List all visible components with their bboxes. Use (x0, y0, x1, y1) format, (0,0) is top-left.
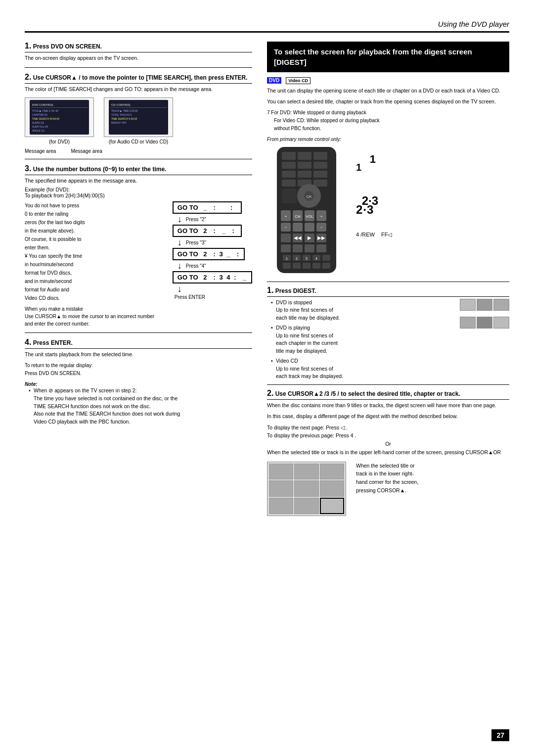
cell-2 (294, 464, 318, 480)
thumb-4 (460, 317, 476, 329)
svg-text:OK: OK (306, 194, 312, 199)
svg-rect-29 (282, 189, 297, 203)
right-step1-bullets: DVD is stopped Up to nine first scenes o… (267, 299, 455, 381)
svg-rect-23 (282, 171, 296, 178)
svg-rect-57 (293, 244, 303, 252)
svg-text:◀◀: ◀◀ (294, 235, 302, 240)
annotation-23: 2·3 (362, 194, 378, 208)
svg-text:CD CONTROL: CD CONTROL (111, 103, 131, 106)
svg-rect-2 (31, 107, 88, 108)
right-step-2: 2. Use CURSOR▲2 /3 /5 / to select the de… (267, 389, 509, 516)
msg-area-2: Message area (71, 148, 102, 154)
right-divider-2 (267, 384, 509, 385)
page-columns: 1. Press DVD ON SCREEN. The on-screen di… (25, 42, 509, 516)
svg-text:CHAPTER        00: CHAPTER 00 (32, 113, 47, 116)
dvd-screen-image: DVD CONTROL TITLE ▶ TIME 0: 00: 00 CHAPT… (25, 97, 94, 137)
thumb-3 (493, 299, 509, 311)
svg-text:▶▶: ▶▶ (317, 235, 325, 240)
svg-rect-26 (282, 180, 296, 187)
svg-rect-24 (298, 171, 312, 178)
arrow-down-4: ↓ (178, 284, 182, 293)
note-title: Note: (25, 381, 252, 387)
right-divider-1 (267, 282, 509, 282)
cell-4 (269, 480, 293, 497)
remote-drawing-container: OK + CH VOL + − (267, 147, 346, 277)
right-bullet-2: DVD is playing Up to nine first scenes o… (271, 324, 455, 355)
press-label-3: Press "4" (186, 263, 206, 269)
svg-rect-70 (293, 263, 301, 269)
right-header-box: To select the screen for playback from t… (267, 42, 509, 72)
right-column: To select the screen for playback from t… (267, 42, 509, 516)
svg-rect-22 (313, 162, 327, 169)
svg-text:TOTAL TRACKS      9: TOTAL TRACKS 9 (111, 113, 132, 116)
svg-rect-17 (282, 152, 296, 160)
svg-rect-58 (305, 244, 314, 252)
cd-label: (for Audio CD or Video CD) (104, 139, 173, 144)
goto-box-1: GO TO _ : : (173, 201, 242, 214)
arrow-down-1: ↓ (178, 215, 182, 224)
digest-row-1 (460, 299, 509, 311)
anno-4-label: 4 /REW FF◁ (356, 232, 392, 238)
step-3-sub: The specified time appears in the messag… (25, 177, 252, 185)
digest-thumbnails (460, 299, 509, 381)
thumb-1 (460, 299, 476, 311)
cell-7 (269, 498, 293, 514)
thumb-6 (493, 317, 509, 329)
annotation-1: 1 (370, 153, 376, 166)
svg-text:CH: CH (295, 214, 301, 219)
arrow-down-2: ↓ (178, 238, 182, 247)
bottom-digest-section: When the selected title or track is in t… (267, 462, 509, 516)
svg-text:+: + (320, 214, 323, 219)
vcd-badge: Video CD (286, 77, 311, 84)
svg-text:AUDIO          2/2: AUDIO 2/2 (32, 121, 44, 124)
svg-rect-19 (313, 152, 327, 160)
svg-rect-72 (312, 263, 320, 269)
svg-text:TIME SEARCH   00:00:00: TIME SEARCH 00:00:00 (32, 117, 59, 120)
divider-3 (25, 332, 252, 333)
digest-row-2 (460, 317, 509, 329)
dvd-images: DVD CONTROL TITLE ▶ TIME 0: 00: 00 CHAPT… (25, 97, 252, 144)
cell-8 (294, 498, 318, 514)
step-3: 3. Use the number buttons (0~9) to enter… (25, 164, 252, 328)
svg-text:4: 4 (315, 257, 317, 260)
example-label: Example (for DVD): To playback from 2(H)… (25, 187, 252, 198)
svg-text:+: + (285, 214, 287, 219)
cell-3 (320, 464, 344, 480)
thumb-5 (477, 317, 492, 329)
step-4-sub: The unit starts playback from the select… (25, 351, 252, 359)
right-step2-body2: In this case, display a different page o… (267, 413, 509, 421)
svg-rect-20 (282, 162, 296, 169)
cd-screen-image: CD CONTROL TRACK ▶ TIME 0:00:00 TOTAL TR… (104, 97, 173, 137)
step-2: 2. Use CURSOR▲ / to move the pointer to … (25, 73, 252, 154)
svg-rect-73 (322, 263, 330, 269)
note-item-1: When ⊘ appears on the TV screen in step … (29, 387, 252, 426)
right-bullet-3: Video CD Up to nine first scenes of each… (271, 357, 455, 380)
right-step-2-heading: 2. Use CURSOR▲2 /3 /5 / to select the de… (267, 389, 509, 400)
cell-5 (294, 480, 318, 497)
svg-rect-11 (110, 107, 167, 108)
press-label-1: Press "2" (186, 217, 206, 222)
dvd-badge: DVD (267, 77, 281, 84)
svg-rect-56 (281, 244, 291, 252)
dvd-vcd-notes: 7 For DVD: While stopped or during playb… (267, 109, 509, 133)
remote-note: From primary remote control only: (267, 137, 509, 142)
goto-box-2: GO TO 2 : _ : (173, 225, 242, 237)
svg-rect-25 (313, 171, 327, 178)
right-step2-body1: When the disc contains more than 9 title… (267, 402, 509, 410)
svg-text:TIME SEARCH   0:00:00: TIME SEARCH 0:00:00 (111, 117, 137, 120)
step-3-heading: 3. Use the number buttons (0~9) to enter… (25, 164, 252, 175)
left-column: 1. Press DVD ON SCREEN. The on-screen di… (25, 42, 252, 516)
press-label-2: Press "3" (186, 240, 206, 245)
msg-area-1: Message area (25, 148, 56, 154)
svg-text:TRACK ▶ TIME 0:00:00: TRACK ▶ TIME 0:00:00 (111, 109, 138, 112)
svg-text:VOL: VOL (306, 214, 314, 219)
svg-rect-45 (293, 223, 303, 232)
dvd-label: (for DVD) (25, 139, 94, 144)
page-header: Using the DVD player (25, 20, 509, 33)
svg-text:▶: ▶ (308, 235, 312, 240)
svg-rect-68 (322, 255, 330, 261)
dvd-screen-svg: DVD CONTROL TITLE ▶ TIME 0: 00: 00 CHAPT… (30, 100, 89, 135)
svg-rect-28 (313, 180, 327, 187)
bottom-right-note: When the selected title or track is in t… (356, 462, 509, 495)
svg-rect-18 (298, 152, 312, 160)
